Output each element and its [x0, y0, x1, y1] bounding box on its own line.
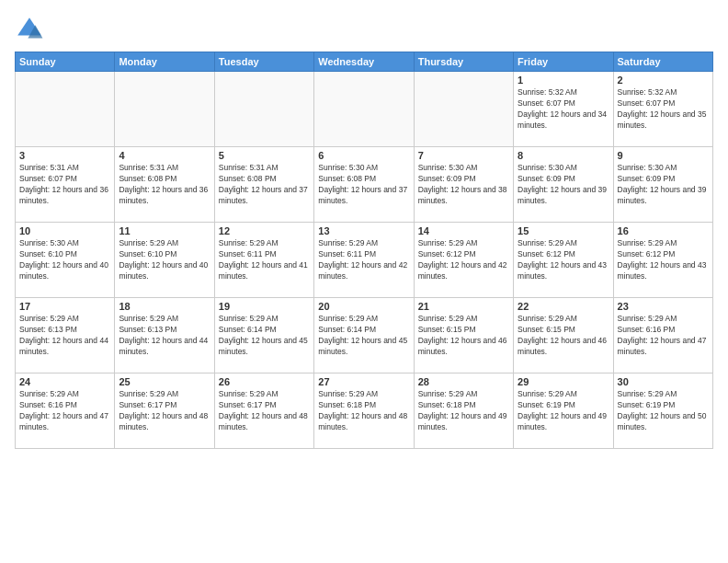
table-row: 12Sunrise: 5:29 AM Sunset: 6:11 PM Dayli… [214, 223, 313, 298]
table-row: 22Sunrise: 5:29 AM Sunset: 6:15 PM Dayli… [514, 298, 613, 373]
day-number: 3 [19, 150, 110, 161]
day-number: 11 [119, 225, 210, 236]
day-info: Sunrise: 5:30 AM Sunset: 6:09 PM Dayligh… [618, 163, 709, 207]
table-row: 18Sunrise: 5:29 AM Sunset: 6:13 PM Dayli… [115, 298, 214, 373]
day-number: 28 [418, 376, 509, 387]
day-number: 30 [618, 376, 709, 387]
table-row: 19Sunrise: 5:29 AM Sunset: 6:14 PM Dayli… [214, 298, 313, 373]
day-number: 17 [19, 301, 110, 312]
table-row [115, 72, 214, 147]
table-row: 9Sunrise: 5:30 AM Sunset: 6:09 PM Daylig… [613, 147, 712, 223]
day-info: Sunrise: 5:29 AM Sunset: 6:14 PM Dayligh… [318, 314, 409, 358]
table-row: 25Sunrise: 5:29 AM Sunset: 6:17 PM Dayli… [115, 373, 214, 449]
day-number: 25 [119, 376, 210, 387]
table-row: 13Sunrise: 5:29 AM Sunset: 6:11 PM Dayli… [314, 223, 414, 298]
day-number: 26 [219, 376, 310, 387]
day-info: Sunrise: 5:29 AM Sunset: 6:12 PM Dayligh… [618, 238, 709, 282]
table-row: 23Sunrise: 5:29 AM Sunset: 6:16 PM Dayli… [613, 298, 712, 373]
day-header: Tuesday [214, 52, 313, 72]
table-row: 28Sunrise: 5:29 AM Sunset: 6:18 PM Dayli… [414, 373, 513, 449]
table-row: 10Sunrise: 5:30 AM Sunset: 6:10 PM Dayli… [16, 223, 115, 298]
page: SundayMondayTuesdayWednesdayThursdayFrid… [0, 0, 728, 563]
table-row: 14Sunrise: 5:29 AM Sunset: 6:12 PM Dayli… [414, 223, 513, 298]
day-number: 1 [518, 75, 609, 86]
day-info: Sunrise: 5:29 AM Sunset: 6:11 PM Dayligh… [318, 238, 409, 282]
week-row: 17Sunrise: 5:29 AM Sunset: 6:13 PM Dayli… [16, 298, 713, 373]
day-number: 19 [219, 301, 310, 312]
table-row: 17Sunrise: 5:29 AM Sunset: 6:13 PM Dayli… [16, 298, 115, 373]
day-number: 6 [318, 150, 409, 161]
day-number: 21 [418, 301, 509, 312]
table-row: 3Sunrise: 5:31 AM Sunset: 6:07 PM Daylig… [16, 147, 115, 223]
day-info: Sunrise: 5:29 AM Sunset: 6:15 PM Dayligh… [518, 314, 609, 358]
day-number: 23 [618, 301, 709, 312]
table-row [314, 72, 414, 147]
table-row: 27Sunrise: 5:29 AM Sunset: 6:18 PM Dayli… [314, 373, 414, 449]
day-number: 24 [19, 376, 110, 387]
week-row: 24Sunrise: 5:29 AM Sunset: 6:16 PM Dayli… [16, 373, 713, 449]
table-row [414, 72, 513, 147]
day-number: 14 [418, 225, 509, 236]
day-number: 2 [618, 75, 709, 86]
table-row [16, 72, 115, 147]
table-row: 16Sunrise: 5:29 AM Sunset: 6:12 PM Dayli… [613, 223, 712, 298]
table-row: 1Sunrise: 5:32 AM Sunset: 6:07 PM Daylig… [514, 72, 613, 147]
day-header: Saturday [613, 52, 712, 72]
day-number: 29 [518, 376, 609, 387]
table-row: 26Sunrise: 5:29 AM Sunset: 6:17 PM Dayli… [214, 373, 313, 449]
logo [15, 15, 48, 44]
day-header: Monday [115, 52, 214, 72]
table-row: 6Sunrise: 5:30 AM Sunset: 6:08 PM Daylig… [314, 147, 414, 223]
week-row: 10Sunrise: 5:30 AM Sunset: 6:10 PM Dayli… [16, 223, 713, 298]
day-info: Sunrise: 5:29 AM Sunset: 6:19 PM Dayligh… [618, 389, 709, 433]
table-row: 8Sunrise: 5:30 AM Sunset: 6:09 PM Daylig… [514, 147, 613, 223]
table-row: 29Sunrise: 5:29 AM Sunset: 6:19 PM Dayli… [514, 373, 613, 449]
day-number: 16 [618, 225, 709, 236]
day-info: Sunrise: 5:31 AM Sunset: 6:08 PM Dayligh… [119, 163, 210, 207]
day-info: Sunrise: 5:29 AM Sunset: 6:18 PM Dayligh… [418, 389, 509, 433]
day-number: 9 [618, 150, 709, 161]
table-row: 11Sunrise: 5:29 AM Sunset: 6:10 PM Dayli… [115, 223, 214, 298]
day-number: 12 [219, 225, 310, 236]
day-info: Sunrise: 5:29 AM Sunset: 6:12 PM Dayligh… [418, 238, 509, 282]
day-info: Sunrise: 5:29 AM Sunset: 6:11 PM Dayligh… [219, 238, 310, 282]
day-number: 4 [119, 150, 210, 161]
day-info: Sunrise: 5:31 AM Sunset: 6:07 PM Dayligh… [19, 163, 110, 207]
table-row: 30Sunrise: 5:29 AM Sunset: 6:19 PM Dayli… [613, 373, 712, 449]
day-info: Sunrise: 5:29 AM Sunset: 6:17 PM Dayligh… [219, 389, 310, 433]
table-row: 4Sunrise: 5:31 AM Sunset: 6:08 PM Daylig… [115, 147, 214, 223]
day-number: 27 [318, 376, 409, 387]
table-row: 7Sunrise: 5:30 AM Sunset: 6:09 PM Daylig… [414, 147, 513, 223]
day-number: 22 [518, 301, 609, 312]
day-header: Thursday [414, 52, 513, 72]
week-row: 3Sunrise: 5:31 AM Sunset: 6:07 PM Daylig… [16, 147, 713, 223]
day-info: Sunrise: 5:31 AM Sunset: 6:08 PM Dayligh… [219, 163, 310, 207]
day-info: Sunrise: 5:30 AM Sunset: 6:09 PM Dayligh… [518, 163, 609, 207]
header-row: SundayMondayTuesdayWednesdayThursdayFrid… [16, 52, 713, 72]
day-info: Sunrise: 5:32 AM Sunset: 6:07 PM Dayligh… [518, 87, 609, 132]
day-number: 15 [518, 225, 609, 236]
table-row: 15Sunrise: 5:29 AM Sunset: 6:12 PM Dayli… [514, 223, 613, 298]
day-info: Sunrise: 5:30 AM Sunset: 6:09 PM Dayligh… [418, 163, 509, 207]
header [15, 15, 713, 44]
day-header: Sunday [16, 52, 115, 72]
day-info: Sunrise: 5:29 AM Sunset: 6:19 PM Dayligh… [518, 389, 609, 433]
table-row: 5Sunrise: 5:31 AM Sunset: 6:08 PM Daylig… [214, 147, 313, 223]
day-number: 8 [518, 150, 609, 161]
logo-icon [15, 15, 44, 44]
day-info: Sunrise: 5:29 AM Sunset: 6:13 PM Dayligh… [19, 314, 110, 358]
day-info: Sunrise: 5:29 AM Sunset: 6:14 PM Dayligh… [219, 314, 310, 358]
day-header: Wednesday [314, 52, 414, 72]
day-info: Sunrise: 5:32 AM Sunset: 6:07 PM Dayligh… [618, 87, 709, 132]
day-info: Sunrise: 5:29 AM Sunset: 6:12 PM Dayligh… [518, 238, 609, 282]
day-info: Sunrise: 5:29 AM Sunset: 6:18 PM Dayligh… [318, 389, 409, 433]
day-info: Sunrise: 5:29 AM Sunset: 6:13 PM Dayligh… [119, 314, 210, 358]
day-info: Sunrise: 5:29 AM Sunset: 6:16 PM Dayligh… [19, 389, 110, 433]
day-number: 7 [418, 150, 509, 161]
day-number: 18 [119, 301, 210, 312]
table-row [214, 72, 313, 147]
table-row: 21Sunrise: 5:29 AM Sunset: 6:15 PM Dayli… [414, 298, 513, 373]
week-row: 1Sunrise: 5:32 AM Sunset: 6:07 PM Daylig… [16, 72, 713, 147]
table-row: 20Sunrise: 5:29 AM Sunset: 6:14 PM Dayli… [314, 298, 414, 373]
day-number: 5 [219, 150, 310, 161]
